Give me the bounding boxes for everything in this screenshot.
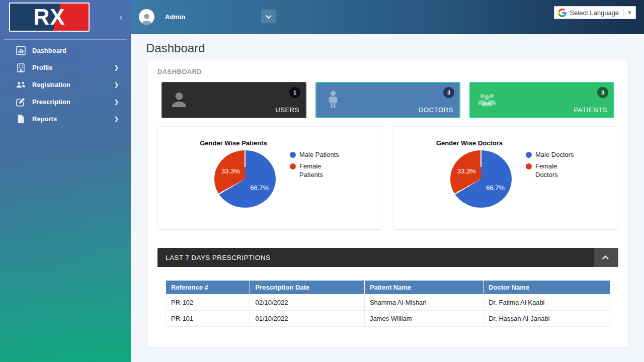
- stat-card-users[interactable]: 1 USERS: [162, 82, 306, 118]
- dashboard-panel-heading: DASHBOARD: [147, 60, 628, 82]
- cell-patient: Shamma Al-Mishari: [364, 295, 483, 311]
- cell-reference: PR-102: [166, 295, 250, 311]
- cell-doctor: Dr. Hassan Al-Janabi: [484, 311, 610, 327]
- legend-dot: [526, 163, 532, 169]
- sidebar-item-prescription[interactable]: Prescription ❯: [4, 93, 127, 110]
- legend-label: Male Patients: [299, 151, 339, 159]
- stats-row: 1 USERS 3 DOCTORS 3 PATIENTS: [147, 82, 628, 118]
- gender-wise-patients-chart: Gender Wise Patients 66.7% 33.3% Male Pa…: [157, 126, 382, 230]
- page-title: Dashboard: [146, 41, 644, 55]
- pie-slice-label: 66.7%: [250, 184, 269, 191]
- cell-patient: James William: [364, 311, 483, 327]
- reports-icon: [16, 114, 26, 124]
- prescriptions-table: Reference # Prescription Date Patient Na…: [166, 280, 610, 327]
- sidebar: R X ‹ Dashboard Profile ❯ Registration ❯: [0, 0, 131, 362]
- legend-label: Female Patients: [299, 162, 343, 179]
- sidebar-collapse-icon[interactable]: ‹: [119, 10, 123, 23]
- language-selector[interactable]: Select Language ▼: [554, 6, 636, 19]
- pie-slice-label: 33.3%: [221, 167, 240, 174]
- sidebar-item-label: Dashboard: [32, 47, 66, 54]
- stat-card-label: USERS: [275, 106, 299, 114]
- dropdown-arrow-icon: ▼: [627, 10, 632, 15]
- sidebar-item-label: Registration: [32, 81, 70, 88]
- dashboard-panel: DASHBOARD 1 USERS 3 DOCTORS: [147, 60, 629, 347]
- stat-card-label: PATIENTS: [574, 106, 607, 114]
- google-icon: [558, 9, 567, 17]
- legend-label: Female Doctors: [535, 162, 579, 179]
- dashboard-icon: [16, 46, 26, 55]
- separator: [623, 9, 623, 17]
- person-icon: [139, 11, 154, 25]
- prescriptions-panel-header: LAST 7 DAYS PRESCRIPTIONS: [157, 248, 618, 267]
- legend-item: Male Patients: [290, 151, 343, 159]
- topbar-username[interactable]: Admin: [165, 13, 185, 21]
- col-doctor-name: Doctor Name: [484, 281, 610, 295]
- sidebar-item-dashboard[interactable]: Dashboard: [4, 42, 127, 59]
- sidebar-item-profile[interactable]: Profile ❯: [4, 59, 127, 76]
- chart-title: Gender Wise Doctors: [394, 139, 545, 147]
- col-patient-name: Patient Name: [364, 281, 483, 295]
- sidebar-item-registration[interactable]: Registration ❯: [4, 76, 127, 93]
- app-logo[interactable]: R X: [9, 3, 90, 32]
- sidebar-menu: Dashboard Profile ❯ Registration ❯ Presc…: [4, 39, 127, 127]
- legend-dot: [526, 152, 532, 158]
- prescriptions-panel-title: LAST 7 DAYS PRESCRIPTIONS: [157, 254, 270, 261]
- legend-dot: [290, 163, 296, 169]
- user-icon: [169, 89, 189, 110]
- doctors-pie: 66.7% 33.3%: [450, 150, 512, 208]
- stat-card-patients[interactable]: 3 PATIENTS: [469, 82, 614, 118]
- registration-icon: [16, 80, 26, 89]
- legend-item: Male Doctors: [526, 151, 579, 159]
- users-count-badge: 1: [289, 87, 300, 98]
- legend-dot: [290, 152, 296, 158]
- col-prescription-date: Prescription Date: [250, 281, 364, 295]
- table-row: PR-102 02/10/2022 Shamma Al-Mishari Dr. …: [166, 295, 610, 311]
- main-content: Dashboard DASHBOARD 1 USERS 3 DOCTORS: [131, 34, 644, 362]
- user-menu-toggle[interactable]: [261, 10, 276, 23]
- doctors-count-badge: 3: [443, 87, 454, 98]
- cell-doctor: Dr. Fatima Al Kaabi: [484, 295, 610, 311]
- chevron-down-icon: [266, 13, 271, 18]
- legend-item: Female Doctors: [526, 162, 579, 179]
- profile-icon: [16, 63, 26, 72]
- doctor-icon: [323, 89, 343, 110]
- legend-label: Male Doctors: [535, 151, 574, 159]
- stat-card-doctors[interactable]: 3 DOCTORS: [315, 82, 460, 118]
- patients-count-badge: 3: [597, 87, 608, 98]
- chart-title: Gender Wise Patients: [158, 139, 309, 147]
- stat-card-label: DOCTORS: [419, 106, 453, 114]
- cell-date: 02/10/2022: [250, 295, 364, 311]
- col-reference: Reference #: [166, 281, 250, 295]
- topbar: Admin Select Language ▼: [131, 0, 644, 34]
- table-row: PR-101 01/10/2022 James William Dr. Hass…: [166, 311, 610, 327]
- logo-letter-x: X: [50, 6, 65, 28]
- chevron-up-icon: [602, 255, 609, 262]
- chevron-right-icon: ❯: [114, 99, 119, 105]
- patients-icon: [477, 89, 497, 110]
- legend-item: Female Patients: [290, 162, 343, 179]
- chevron-right-icon: ❯: [114, 64, 119, 71]
- patients-pie: 66.7% 33.3%: [214, 150, 276, 208]
- prescriptions-panel: LAST 7 DAYS PRESCRIPTIONS Reference # Pr…: [157, 248, 618, 334]
- gender-wise-doctors-chart: Gender Wise Doctors 66.7% 33.3% Male Doc…: [393, 126, 618, 230]
- pie-slice-label: 66.7%: [486, 184, 505, 191]
- chevron-right-icon: ❯: [114, 116, 119, 122]
- charts-row: Gender Wise Patients 66.7% 33.3% Male Pa…: [157, 126, 618, 230]
- prescriptions-table-body: Reference # Prescription Date Patient Na…: [157, 267, 618, 334]
- cell-reference: PR-101: [166, 311, 250, 327]
- cell-date: 01/10/2022: [250, 311, 364, 327]
- sidebar-item-label: Profile: [32, 64, 52, 71]
- chart-legend: Male Patients Female Patients: [290, 151, 343, 179]
- sidebar-item-reports[interactable]: Reports ❯: [4, 110, 127, 127]
- prescription-icon: [16, 97, 26, 107]
- pie-slice-label: 33.3%: [457, 167, 476, 174]
- language-selector-label: Select Language: [570, 9, 619, 17]
- panel-collapse-button[interactable]: [594, 248, 618, 267]
- logo-letter-r: R: [33, 6, 50, 28]
- sidebar-item-label: Reports: [32, 115, 57, 123]
- user-avatar[interactable]: [139, 9, 154, 25]
- sidebar-item-label: Prescription: [32, 98, 70, 106]
- chevron-right-icon: ❯: [114, 81, 119, 88]
- chart-legend: Male Doctors Female Doctors: [526, 151, 579, 179]
